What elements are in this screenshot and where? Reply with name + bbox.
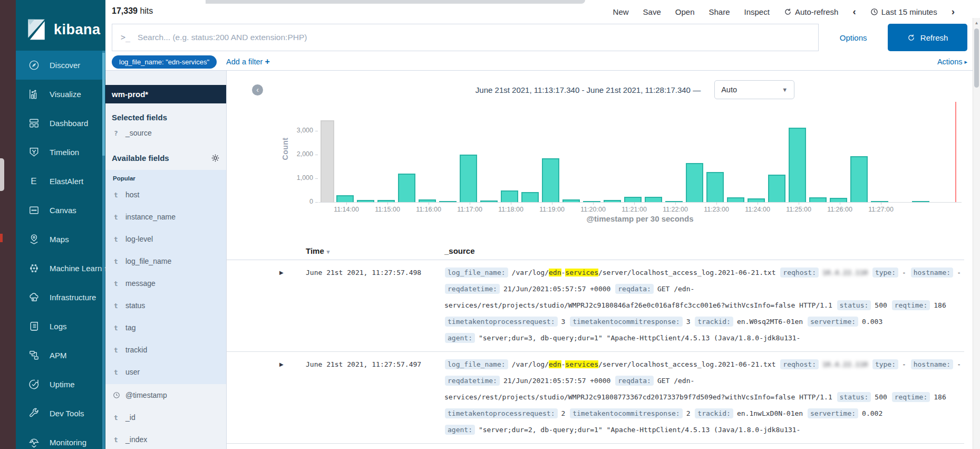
- new-button[interactable]: New: [613, 7, 629, 16]
- share-button[interactable]: Share: [709, 7, 730, 16]
- field-item-host[interactable]: thost: [105, 184, 226, 206]
- histogram-bar[interactable]: [480, 200, 498, 202]
- source-text: 186: [934, 301, 946, 309]
- x-tick-mark: [675, 202, 676, 205]
- sidebar-item-timelion[interactable]: Timelion: [16, 138, 105, 167]
- filter-actions-link[interactable]: Actions ▸: [937, 58, 967, 66]
- sidebar-item-canvas[interactable]: Canvas: [16, 196, 105, 225]
- histogram-bar[interactable]: [748, 198, 765, 202]
- histogram-bar[interactable]: [706, 172, 724, 202]
- histogram-bar[interactable]: [501, 190, 518, 202]
- field-badge: log_file_name:: [445, 268, 508, 278]
- histogram-bar[interactable]: [542, 158, 559, 202]
- field-item-tag[interactable]: ttag: [105, 317, 226, 339]
- field-type-letter: t: [113, 257, 119, 265]
- expand-row-caret[interactable]: ▶: [227, 264, 306, 281]
- field-item-user[interactable]: tuser: [105, 361, 226, 383]
- field-item-message[interactable]: tmessage: [105, 272, 226, 294]
- histogram-bar[interactable]: [624, 197, 642, 202]
- histogram-bar[interactable]: [604, 200, 621, 202]
- histogram-bar[interactable]: [665, 201, 683, 202]
- sidebar-item-logs[interactable]: Logs: [16, 312, 105, 341]
- inspect-button[interactable]: Inspect: [744, 7, 770, 16]
- field-badge: servertime:: [808, 317, 858, 327]
- histogram-bar[interactable]: [377, 200, 395, 202]
- highlighted-term: services: [565, 360, 598, 368]
- field-item-source[interactable]: ?_source: [105, 122, 226, 144]
- letter-e-icon: E: [27, 175, 40, 188]
- refresh-button[interactable]: Refresh: [888, 24, 967, 51]
- field-item-instance-name[interactable]: tinstance_name: [105, 206, 226, 228]
- histogram-bar[interactable]: [727, 197, 744, 202]
- field-badge: reqdata:: [615, 284, 654, 294]
- histogram-bar[interactable]: [912, 201, 929, 202]
- field-item-log-file-name[interactable]: tlog_file_name: [105, 250, 226, 272]
- histogram-bar[interactable]: [439, 201, 457, 202]
- save-button[interactable]: Save: [643, 7, 661, 16]
- auto-refresh-button[interactable]: Auto-refresh: [784, 7, 839, 16]
- sidebar-item-infrastructure[interactable]: Infrastructure: [16, 283, 105, 312]
- search-input[interactable]: [138, 33, 810, 42]
- sidebar-item-uptime[interactable]: Uptime: [16, 370, 105, 399]
- sidebar-item-maps[interactable]: Maps: [16, 225, 105, 254]
- histogram-bar[interactable]: [686, 163, 703, 202]
- field-item-id[interactable]: t_id: [105, 406, 226, 428]
- scrollbar-thumb[interactable]: [974, 28, 979, 88]
- sidebar-item-discover[interactable]: Discover: [16, 51, 105, 80]
- kibana-logo-row[interactable]: kibana: [16, 0, 105, 49]
- histogram-bar[interactable]: [583, 201, 600, 202]
- source-text: /server/localhost_access_log.2021-06-21.…: [598, 269, 780, 276]
- histogram-bar[interactable]: [871, 201, 888, 202]
- sidebar-item-visualize[interactable]: Visualize: [16, 80, 105, 109]
- expand-row-caret[interactable]: ▶: [227, 356, 306, 372]
- scrollbar-up-arrow[interactable]: ▲: [973, 21, 980, 25]
- sidebar-item-dashboard[interactable]: Dashboard: [16, 109, 105, 138]
- histogram-bar[interactable]: [398, 174, 415, 202]
- sidebar-item-dev-tools[interactable]: Dev Tools: [16, 399, 105, 428]
- uptime-check-icon: [27, 378, 40, 391]
- field-item-status[interactable]: tstatus: [105, 294, 226, 317]
- histogram-bar[interactable]: [789, 128, 806, 202]
- edge-tab-handle[interactable]: [0, 158, 4, 191]
- histogram-bar[interactable]: [850, 156, 868, 202]
- filter-pill[interactable]: log_file_name: "edn-services": [112, 55, 217, 69]
- sidebar-item-apm[interactable]: APM: [16, 341, 105, 370]
- histogram-bar[interactable]: [419, 199, 436, 202]
- histogram-bar[interactable]: [336, 195, 354, 202]
- histogram-bar-partial[interactable]: [321, 120, 334, 202]
- vertical-scrollbar[interactable]: ▲: [973, 18, 980, 449]
- x-tick-mark: [716, 202, 717, 205]
- nav-scrollbar-thumb[interactable]: [102, 53, 105, 156]
- field-item-trackid[interactable]: ttrackid: [105, 339, 226, 361]
- table-header: Time▾ _source: [227, 246, 964, 260]
- highlighted-term: edn: [549, 360, 561, 368]
- row-timestamp: June 21st 2021, 11:27:57.498: [306, 264, 444, 281]
- sidebar-item-monitoring[interactable]: Monitoring: [16, 428, 105, 449]
- field-item--timestamp[interactable]: @timestamp: [105, 384, 226, 406]
- histogram-bar[interactable]: [460, 155, 477, 202]
- field-item-index[interactable]: t_index: [105, 428, 226, 449]
- time-forward-chevron[interactable]: ›: [952, 6, 955, 17]
- index-pattern-selector[interactable]: wm-prod*: [105, 85, 226, 103]
- histogram-bar[interactable]: [357, 200, 374, 202]
- open-button[interactable]: Open: [675, 7, 695, 16]
- add-filter-link[interactable]: Add a filter +: [226, 57, 270, 66]
- time-column-header[interactable]: Time▾: [306, 246, 444, 255]
- histogram-bar[interactable]: [809, 197, 827, 202]
- histogram-bar[interactable]: [768, 175, 785, 202]
- field-type-letter: ?: [113, 129, 119, 137]
- source-text: -: [957, 269, 961, 276]
- time-back-chevron[interactable]: ‹: [852, 6, 856, 17]
- field-item-log-level[interactable]: tlog-level: [105, 228, 226, 250]
- options-link[interactable]: Options: [819, 24, 888, 51]
- source-text: "server;dur=2, db-query;dur=1" "Apache-H…: [479, 426, 800, 434]
- fields-settings-gear-icon[interactable]: [211, 154, 220, 163]
- sidebar-item-machine-learning[interactable]: Machine Learning: [16, 254, 105, 283]
- popular-fields-list: thosttinstance_nametlog-leveltlog_file_n…: [105, 184, 226, 383]
- histogram-bar[interactable]: [645, 197, 662, 202]
- histogram-bar[interactable]: [562, 199, 580, 202]
- histogram-bar[interactable]: [830, 198, 847, 202]
- time-range-picker[interactable]: Last 15 minutes: [870, 7, 937, 16]
- histogram-bar[interactable]: [521, 192, 539, 202]
- sidebar-item-elastalert[interactable]: EElastAlert: [16, 167, 105, 196]
